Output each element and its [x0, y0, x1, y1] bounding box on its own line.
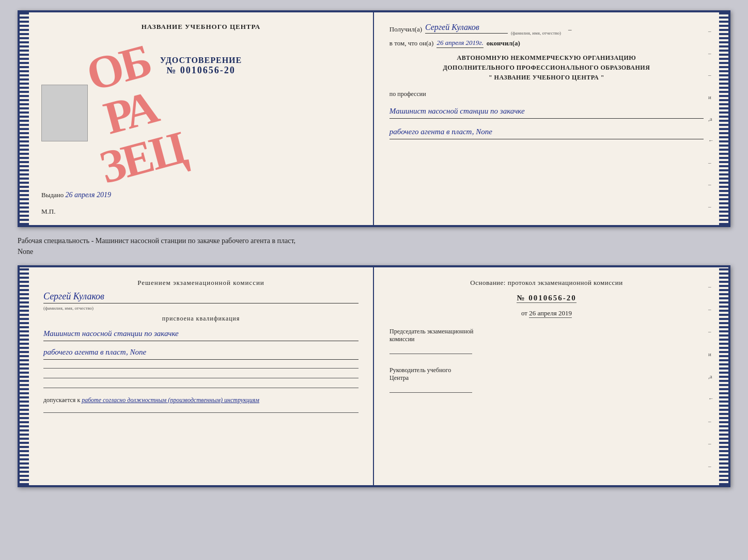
rukov-block: Руководитель учебного Центра	[389, 366, 704, 393]
poluchil-name: Сергей Кулаков	[425, 23, 508, 34]
vtom-date: 26 апреля 2019г.	[437, 39, 483, 48]
org-line3: " НАЗВАНИЕ УЧЕБНОГО ЦЕНТРА "	[389, 73, 704, 83]
protokol-num: № 0010656-20	[517, 294, 576, 303]
predsedatel-line2: комиссии	[389, 335, 704, 343]
org-line1: АВТОНОМНУЮ НЕКОММЕРЧЕСКУЮ ОРГАНИЗАЦИЮ	[389, 53, 704, 63]
bot-underlines	[43, 368, 359, 388]
document-bottom: Решением экзаменационной комиссии Сергей…	[18, 265, 730, 487]
po-professii-label: по профессии	[389, 90, 704, 98]
vydano-date: 26 апреля 2019	[66, 191, 111, 199]
udostoverenie-label: УДОСТОВЕРЕНИЕ	[41, 56, 361, 65]
bot-left-border	[20, 267, 29, 485]
doc-right-panel: Получил(а) Сергей Кулаков (фамилия, имя,…	[374, 12, 719, 225]
udostoverenie-num: № 0010656-20	[41, 65, 361, 76]
bot-right-border	[719, 267, 728, 485]
profession-line2-top: рабочего агента в пласт, None	[389, 125, 704, 139]
vydano-line: Выдано 26 апреля 2019	[41, 191, 361, 199]
poluchil-line: Получил(а) Сергей Кулаков (фамилия, имя,…	[389, 23, 704, 34]
bot-name-handwritten: Сергей Кулаков	[43, 291, 359, 303]
dopuskaetsya-label: допускается к	[43, 396, 80, 404]
ot-date-block: от 26 апреля 2019	[389, 309, 704, 317]
predsedatel-line1: Председатель экзаменационной	[389, 328, 704, 335]
photo-placeholder	[41, 85, 88, 141]
vtom-line: в том, что он(а) 26 апреля 2019г. окончи…	[389, 39, 704, 48]
underline-2	[43, 378, 359, 378]
prisvoeena-label: присвоена квалификация	[43, 315, 359, 323]
predsedatel-block: Председатель экзаменационной комиссии	[389, 328, 704, 354]
middle-text-line2: None	[18, 248, 33, 255]
dopusk-text: работе согласно должностным (производств…	[82, 396, 259, 404]
resheniem-title: Решением экзаменационной комиссии	[43, 279, 359, 287]
vtom-label: в том, что он(а)	[389, 39, 434, 47]
underline-1	[43, 368, 359, 369]
rukov-line2: Центра	[389, 374, 704, 382]
vydano-label: Выдано	[41, 191, 64, 199]
mp-label: М.П.	[41, 207, 55, 216]
bot-right-dashes: –––и,а←–––	[708, 267, 714, 485]
rukov-line1: Руководитель учебного	[389, 366, 704, 374]
udostoverenie-block: УДОСТОВЕРЕНИЕ № 0010656-20	[41, 56, 361, 76]
bot-profession-line1: Машинист насосной станции по закачке	[43, 327, 359, 341]
document-top: НАЗВАНИЕ УЧЕБНОГО ЦЕНТРА ОБРАЗЕЦ УДОСТОВ…	[18, 10, 730, 227]
fio-hint-bot: (фамилия, имя, отчество)	[43, 306, 359, 311]
ot-date: 26 апреля 2019	[529, 309, 572, 318]
ot-label: от	[521, 309, 527, 317]
bot-profession-line2: рабочего агента в пласт, None	[43, 345, 359, 360]
bot-left-panel: Решением экзаменационной комиссии Сергей…	[29, 267, 374, 485]
left-border-decoration	[20, 12, 29, 225]
protokol-num-block: № 0010656-20	[389, 293, 704, 303]
okoncil-label: окончил(а)	[487, 39, 520, 47]
predsedatel-sign-line	[389, 354, 472, 354]
profession-line1-top: Машинист насосной станции по закачке	[389, 104, 704, 119]
org-line2: ДОПОЛНИТЕЛЬНОГО ПРОФЕССИОНАЛЬНОГО ОБРАЗО…	[389, 63, 704, 73]
dopuskaetsya-block: допускается к работе согласно должностны…	[43, 396, 359, 404]
doc-left-title: НАЗВАНИЕ УЧЕБНОГО ЦЕНТРА	[41, 23, 361, 31]
right-border-decoration	[719, 12, 728, 225]
osnov-title: Основание: протокол экзаменационной коми…	[389, 279, 704, 287]
poluchil-label: Получил(а)	[389, 25, 422, 34]
bot-right-panel: Основание: протокол экзаменационной коми…	[374, 267, 719, 485]
middle-text: Рабочая специальность - Машинист насосно…	[18, 233, 730, 259]
underline-3	[43, 388, 359, 388]
doc-left-panel: НАЗВАНИЕ УЧЕБНОГО ЦЕНТРА ОБРАЗЕЦ УДОСТОВ…	[29, 12, 374, 225]
fio-hint-top: (фамилия, имя, отчество)	[511, 30, 561, 36]
right-dashes-top: –––и,а←–––	[708, 12, 714, 225]
dash-sep: –	[568, 25, 572, 34]
org-block: АВТОНОМНУЮ НЕКОММЕРЧЕСКУЮ ОРГАНИЗАЦИЮ ДО…	[389, 53, 704, 83]
rukov-sign-line	[389, 392, 472, 393]
middle-text-line1: Рабочая специальность - Машинист насосно…	[18, 237, 295, 245]
underline-4	[43, 412, 359, 413]
